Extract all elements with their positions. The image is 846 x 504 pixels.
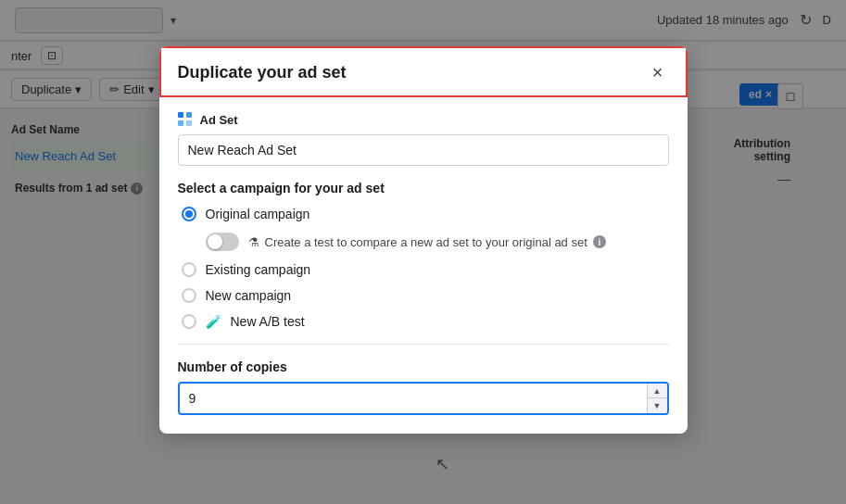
test-toggle-switch[interactable] — [206, 233, 239, 251]
duplicate-modal: Duplicate your ad set × Ad Set Select a … — [159, 46, 688, 434]
copies-spinners: ▲ ▼ — [647, 384, 667, 413]
cursor-pointer: ↖ — [436, 454, 449, 474]
copies-decrement-button[interactable]: ▼ — [647, 398, 667, 413]
adset-icon-sq-2 — [186, 112, 192, 118]
modal-body: Ad Set Select a campaign for your ad set… — [159, 97, 688, 434]
radio-original-dot — [185, 210, 193, 218]
radio-original-circle — [182, 207, 196, 221]
toggle-description: Create a test to compare a new ad set to… — [265, 235, 587, 249]
adset-icon-sq-1 — [178, 112, 183, 118]
campaign-radio-group: Original campaign ⚗ Create a test to com… — [178, 207, 669, 329]
copies-label: Number of copies — [178, 359, 669, 374]
radio-item-original[interactable]: Original campaign — [182, 207, 669, 221]
radio-item-existing[interactable]: Existing campaign — [182, 262, 669, 277]
radio-new-label: New campaign — [206, 288, 292, 303]
radio-new-circle — [182, 288, 196, 303]
radio-existing-label: Existing campaign — [206, 262, 311, 277]
copies-section: Number of copies ▲ ▼ — [178, 359, 669, 419]
radio-ab-circle — [182, 314, 196, 329]
adset-grid-icon — [178, 112, 193, 127]
toggle-row: ⚗ Create a test to compare a new ad set … — [182, 233, 669, 251]
modal-header: Duplicate your ad set × — [159, 46, 688, 97]
ab-test-person-icon: 🧪 — [206, 314, 221, 329]
copies-number-input[interactable] — [178, 382, 669, 415]
copies-input-wrapper: ▲ ▼ — [178, 382, 669, 415]
adset-icon-sq-4 — [186, 120, 192, 126]
modal-close-button[interactable]: × — [647, 61, 669, 83]
divider — [178, 344, 669, 345]
modal-overlay: Duplicate your ad set × Ad Set Select a … — [0, 0, 846, 504]
radio-item-ab-test[interactable]: 🧪 New A/B test — [182, 314, 669, 329]
adset-icon-sq-3 — [178, 120, 183, 126]
radio-existing-circle — [182, 262, 196, 277]
toggle-knob — [208, 234, 222, 249]
toggle-info-icon[interactable]: i — [593, 235, 606, 248]
copies-increment-button[interactable]: ▲ — [647, 384, 667, 398]
radio-ab-label: New A/B test — [231, 314, 305, 329]
radio-item-new[interactable]: New campaign — [182, 288, 669, 303]
adset-name-input[interactable] — [178, 134, 669, 166]
modal-title: Duplicate your ad set — [178, 63, 347, 82]
toggle-label-text: ⚗ Create a test to compare a new ad set … — [248, 235, 606, 249]
adset-label-row: Ad Set — [178, 112, 669, 127]
flask-icon: ⚗ — [248, 235, 259, 249]
radio-original-label: Original campaign — [206, 207, 310, 221]
adset-label-text: Ad Set — [200, 113, 238, 127]
campaign-section-title: Select a campaign for your ad set — [178, 181, 669, 195]
